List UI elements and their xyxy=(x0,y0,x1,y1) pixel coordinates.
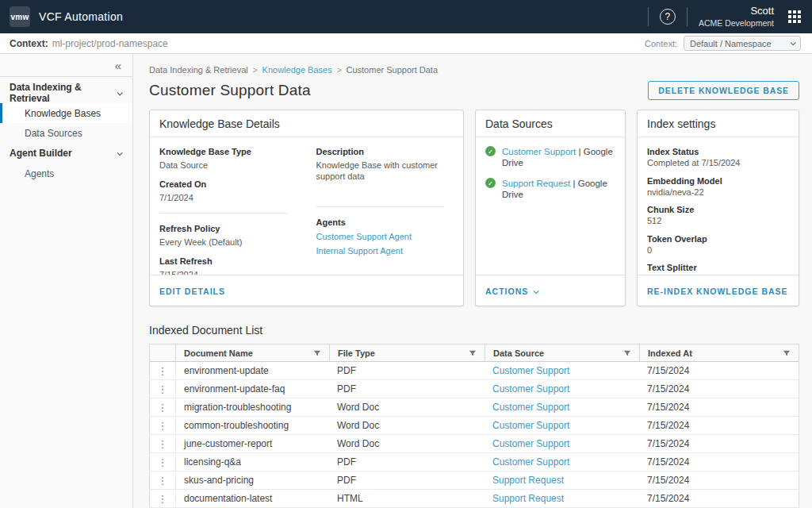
data-source-link[interactable]: Customer Support xyxy=(492,402,569,413)
actions-label: ACTIONS xyxy=(485,287,528,296)
document-list-title: Indexed Document List xyxy=(149,324,799,337)
header-data-source[interactable]: Data Source xyxy=(485,344,639,361)
sidebar-group-data-indexing[interactable]: Data Indexing & Retrieval xyxy=(0,83,132,103)
filter-icon[interactable] xyxy=(469,349,477,357)
data-source-link[interactable]: Support Request xyxy=(492,493,564,504)
table-row: ⋮common-troubleshootingWord DocCustomer … xyxy=(150,417,799,435)
table-row: ⋮documentation-latestHTMLSupport Request… xyxy=(150,490,799,508)
chevron-down-icon xyxy=(534,288,539,294)
filter-icon[interactable] xyxy=(313,349,321,357)
user-name: Scott xyxy=(699,5,774,17)
data-source-link[interactable]: Customer Support xyxy=(492,383,569,394)
data-source-link[interactable]: Customer Support xyxy=(492,438,569,449)
row-kebab-menu-icon[interactable]: ⋮ xyxy=(158,384,168,394)
user-menu[interactable]: Scott ACME Development xyxy=(699,5,774,28)
data-source-item: ✓ Customer Support | Google Drive xyxy=(485,146,615,168)
document-name: common-troubleshooting xyxy=(184,420,289,431)
document-table: Document Name File Type Data Source xyxy=(149,344,799,508)
indexed-at: 7/15/2024 xyxy=(647,365,689,376)
breadcrumb: Data Indexing & Retrieval > Knowledge Ba… xyxy=(149,65,799,75)
sidebar-group-agent-builder[interactable]: Agent Builder xyxy=(0,143,132,164)
sidebar-item-knowledge-bases[interactable]: Knowledge Bases xyxy=(0,103,132,123)
document-name: june-customer-report xyxy=(184,438,272,449)
row-kebab-menu-icon[interactable]: ⋮ xyxy=(158,475,168,486)
field-divider xyxy=(316,206,445,207)
field-divider xyxy=(159,213,288,214)
chevron-down-icon xyxy=(791,40,796,45)
page-title: Customer Support Data xyxy=(149,82,311,99)
edit-details-button[interactable]: EDIT DETAILS xyxy=(159,287,225,296)
breadcrumb-separator: > xyxy=(337,66,342,75)
header-indexed-at[interactable]: Indexed At xyxy=(639,344,799,361)
breadcrumb-current: Customer Support Data xyxy=(346,65,438,75)
data-source-link[interactable]: Customer Support xyxy=(492,420,569,431)
last-refresh-field: Last Refresh 7/15/2024 xyxy=(159,256,297,275)
success-check-icon: ✓ xyxy=(485,146,496,156)
context-selector-dropdown[interactable]: Default / Namespace xyxy=(684,36,801,51)
card-title: Knowledge Base Details xyxy=(150,110,463,137)
card-title: Index settings xyxy=(638,110,799,137)
row-kebab-menu-icon[interactable]: ⋮ xyxy=(158,457,168,468)
document-name: skus-and-pricing xyxy=(184,475,254,486)
filter-icon[interactable] xyxy=(623,349,631,357)
index-status-field: Index Status Completed at 7/15/2024 xyxy=(647,146,789,168)
context-selector-value: Default / Namespace xyxy=(690,39,772,48)
row-kebab-menu-icon[interactable]: ⋮ xyxy=(158,366,168,376)
context-selector-label: Context: xyxy=(645,39,677,48)
row-kebab-menu-icon[interactable]: ⋮ xyxy=(158,494,168,504)
file-type: PDF xyxy=(337,383,356,394)
context-value: ml-project/prod-namespace xyxy=(52,38,168,49)
chunk-size-field: Chunk Size 512 xyxy=(647,204,789,226)
data-source-link[interactable]: Support Request xyxy=(502,179,570,188)
sidebar-item-data-sources[interactable]: Data Sources xyxy=(0,123,132,143)
header-actions-column xyxy=(150,344,175,361)
delete-knowledge-base-button[interactable]: DELETE KNOWLEDGE BASE xyxy=(648,81,799,100)
context-label: Context: xyxy=(10,38,48,49)
table-row: ⋮licensing-q&aPDFCustomer Support7/15/20… xyxy=(150,453,799,471)
reindex-knowledge-base-button[interactable]: RE-INDEX KNOWLEDGE BASE xyxy=(647,287,788,296)
header-file-type[interactable]: File Type xyxy=(329,344,485,361)
indexed-at: 7/15/2024 xyxy=(647,438,689,449)
document-table-body: ⋮environment-updatePDFCustomer Support7/… xyxy=(150,362,799,508)
header-divider xyxy=(687,7,688,26)
document-name: environment-update xyxy=(184,365,269,376)
data-source-link[interactable]: Customer Support xyxy=(502,147,576,156)
app-header: vmw VCF Automation ? Scott ACME Developm… xyxy=(0,0,812,33)
indexed-at: 7/15/2024 xyxy=(647,475,689,486)
actions-dropdown-button[interactable]: ACTIONS xyxy=(485,287,538,296)
sidebar-collapse-icon[interactable]: « xyxy=(115,60,121,71)
agent-link-customer-support[interactable]: Customer Support Agent xyxy=(316,230,454,243)
document-name: environment-update-faq xyxy=(184,383,285,394)
file-type: PDF xyxy=(337,365,356,376)
data-source-link[interactable]: Support Request xyxy=(492,475,564,486)
data-source-link[interactable]: Customer Support xyxy=(492,365,569,376)
row-kebab-menu-icon[interactable]: ⋮ xyxy=(158,421,168,431)
chevron-down-icon xyxy=(117,90,123,95)
agent-link-internal-support[interactable]: Internal Support Agent xyxy=(316,244,454,257)
file-type: PDF xyxy=(337,456,356,468)
indexed-at: 7/15/2024 xyxy=(647,402,689,413)
indexed-at: 7/15/2024 xyxy=(647,383,689,394)
document-name: migration-troubleshooting xyxy=(184,402,291,413)
vmware-logo-text: vmw xyxy=(11,13,29,21)
chevron-down-icon xyxy=(117,150,123,156)
sidebar-item-agents[interactable]: Agents xyxy=(0,164,132,183)
row-kebab-menu-icon[interactable]: ⋮ xyxy=(158,402,168,413)
row-kebab-menu-icon[interactable]: ⋮ xyxy=(158,439,168,449)
header-document-name[interactable]: Document Name xyxy=(175,344,329,361)
indexed-at: 7/15/2024 xyxy=(647,456,689,468)
description-field: Description Knowledge Base with customer… xyxy=(316,146,454,197)
filter-icon[interactable] xyxy=(783,349,791,357)
table-row: ⋮skus-and-pricingPDFSupport Request7/15/… xyxy=(150,471,799,490)
created-on-field: Created On 7/1/2024 xyxy=(159,179,297,203)
indexed-at: 7/15/2024 xyxy=(647,420,689,431)
breadcrumb-link-knowledge-bases[interactable]: Knowledge Bases xyxy=(262,65,332,75)
data-source-link[interactable]: Customer Support xyxy=(492,456,569,468)
header-divider xyxy=(648,7,649,26)
sidebar: « Data Indexing & Retrieval Knowledge Ba… xyxy=(0,54,133,508)
success-check-icon: ✓ xyxy=(485,178,496,188)
help-icon[interactable]: ? xyxy=(660,9,676,25)
app-switcher-icon[interactable] xyxy=(788,10,801,23)
table-row: ⋮environment-update-faqPDFCustomer Suppo… xyxy=(150,380,799,398)
table-row: ⋮migration-troubleshootingWord DocCustom… xyxy=(150,398,799,417)
